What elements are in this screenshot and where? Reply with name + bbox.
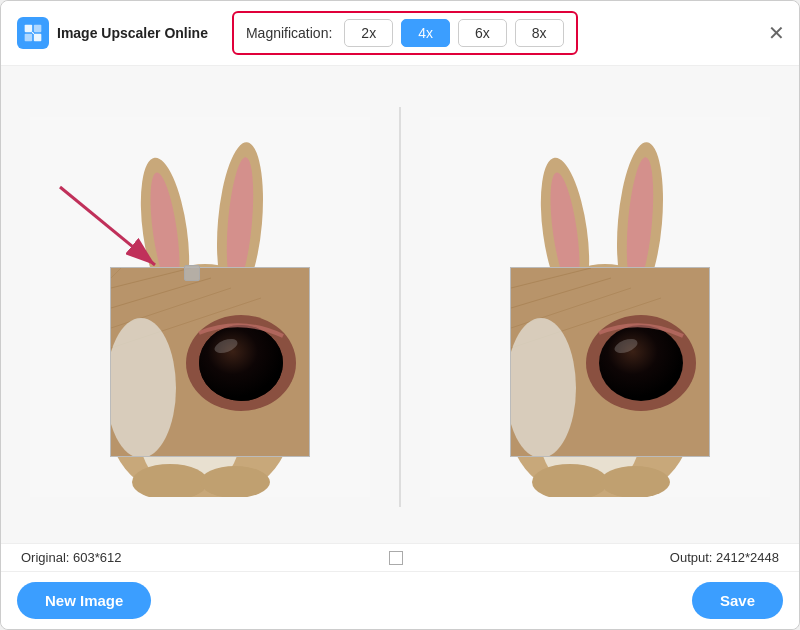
close-button[interactable]: ✕ — [768, 23, 785, 43]
mag-4x-button[interactable]: 4x — [401, 19, 450, 47]
eye-closeup-left — [111, 268, 310, 457]
footer: New Image Save — [1, 571, 799, 629]
main-content: Original: 603*612 Output: 2412*2448 — [1, 66, 799, 571]
svg-rect-1 — [34, 25, 42, 33]
upscaler-icon — [23, 23, 43, 43]
svg-point-33 — [199, 325, 283, 401]
mag-6x-button[interactable]: 6x — [458, 19, 507, 47]
svg-rect-2 — [25, 34, 33, 42]
output-image-container — [430, 117, 770, 497]
magnified-overlay-output — [510, 267, 710, 457]
app-title: Image Upscaler Online — [57, 25, 208, 41]
app-icon — [17, 17, 49, 49]
magnification-label: Magnification: — [246, 25, 332, 41]
drag-handle-original[interactable] — [184, 265, 200, 281]
magnified-overlay-original — [110, 267, 310, 457]
eye-closeup-right — [511, 268, 710, 457]
output-panel — [411, 117, 789, 497]
svg-rect-3 — [34, 34, 42, 42]
header: Image Upscaler Online Magnification: 2x … — [1, 1, 799, 66]
svg-point-56 — [600, 466, 670, 497]
svg-rect-0 — [25, 25, 33, 33]
magnification-area: Magnification: 2x 4x 6x 8x — [232, 11, 578, 55]
app-window: Image Upscaler Online Magnification: 2x … — [0, 0, 800, 630]
original-panel — [11, 117, 389, 497]
output-dimensions: Output: 2412*2448 — [670, 550, 779, 565]
center-area — [121, 551, 669, 565]
svg-point-64 — [599, 325, 683, 401]
original-image-container — [30, 117, 370, 497]
new-image-button[interactable]: New Image — [17, 582, 151, 619]
info-row: Original: 603*612 Output: 2412*2448 — [1, 543, 799, 571]
svg-point-23 — [200, 466, 270, 497]
save-button[interactable]: Save — [692, 582, 783, 619]
original-dimensions: Original: 603*612 — [21, 550, 121, 565]
mag-8x-button[interactable]: 8x — [515, 19, 564, 47]
mag-2x-button[interactable]: 2x — [344, 19, 393, 47]
divider — [399, 107, 401, 507]
center-checkbox[interactable] — [389, 551, 403, 565]
images-row — [1, 66, 799, 543]
